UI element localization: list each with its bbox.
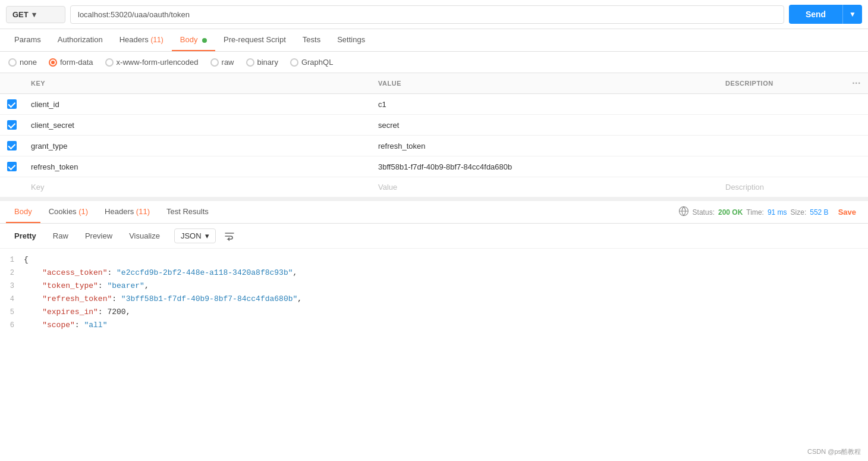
response-test-results-label: Test Results <box>166 207 209 216</box>
response-tab-body[interactable]: Body <box>6 201 40 223</box>
row-checkbox-cell[interactable] <box>0 115 24 136</box>
tab-authorization[interactable]: Authorization <box>49 29 111 51</box>
row-checkbox-cell[interactable] <box>0 94 24 115</box>
option-none-label: none <box>20 58 37 67</box>
params-table: KEY VALUE DESCRIPTION ··· client_id c1 c… <box>0 73 868 197</box>
option-binary[interactable]: binary <box>246 58 278 67</box>
response-tab-headers[interactable]: Headers (11) <box>96 201 158 223</box>
row-value: refresh_token <box>371 136 718 156</box>
response-body-label: Body <box>14 207 32 216</box>
row-more <box>845 136 868 156</box>
option-urlencoded[interactable]: x-www-form-urlencoded <box>105 58 199 67</box>
response-section: Body Cookies (1) Headers (11) Test Resul… <box>0 197 868 339</box>
send-button[interactable]: Send <box>789 5 842 24</box>
placeholder-more <box>845 177 868 197</box>
status-label: Status: <box>693 208 715 217</box>
checkbox[interactable] <box>7 162 17 171</box>
method-select[interactable]: GET ▾ <box>6 6 65 23</box>
tab-settings[interactable]: Settings <box>329 29 373 51</box>
code-line: 3 "token_type": "bearer", <box>0 281 868 294</box>
option-form-data-label: form-data <box>60 58 93 67</box>
table-row: grant_type refresh_token <box>0 136 868 156</box>
url-input[interactable] <box>70 5 784 24</box>
radio-none <box>8 58 17 67</box>
placeholder-description[interactable]: Description <box>718 177 845 197</box>
row-description <box>718 94 845 115</box>
row-key: client_id <box>24 94 371 115</box>
time-value: 91 ms <box>768 208 787 217</box>
placeholder-value[interactable]: Value <box>371 177 718 197</box>
col-description: DESCRIPTION <box>718 73 845 94</box>
table-row: refresh_token 3bff58b1-f7df-40b9-8bf7-84… <box>0 156 868 177</box>
format-bar: Pretty Raw Preview Visualize JSON ▾ <box>0 224 868 249</box>
option-graphql[interactable]: GraphQL <box>290 58 333 67</box>
radio-urlencoded <box>105 58 114 67</box>
option-raw-label: raw <box>222 58 234 67</box>
line-number: 1 <box>0 256 24 264</box>
row-key: grant_type <box>24 136 371 156</box>
code-entry: "refresh_token": "3bff58b1-f7df-40b9-8bf… <box>24 294 868 303</box>
table-placeholder-row: Key Value Description <box>0 177 868 197</box>
size-value: 552 B <box>810 208 828 217</box>
code-view: 1{2 "access_token": "e2ccfd9b-2bf2-448e-… <box>0 249 868 339</box>
globe-icon <box>678 206 689 218</box>
row-checkbox-cell[interactable] <box>0 136 24 156</box>
table-row: client_secret secret <box>0 115 868 136</box>
placeholder-key[interactable]: Key <box>24 177 371 197</box>
time-label: Time: <box>746 208 764 217</box>
row-more <box>845 94 868 115</box>
response-tabs-bar: Body Cookies (1) Headers (11) Test Resul… <box>0 201 868 224</box>
tab-headers[interactable]: Headers (11) <box>111 29 172 51</box>
save-button[interactable]: Save <box>838 208 856 217</box>
fmt-tab-raw[interactable]: Raw <box>46 228 76 243</box>
line-number: 5 <box>0 308 24 316</box>
send-btn-group: Send ▼ <box>789 5 862 24</box>
code-entry: "token_type": "bearer", <box>24 281 868 290</box>
option-raw[interactable]: raw <box>210 58 234 67</box>
code-brace: { <box>24 255 868 264</box>
option-none[interactable]: none <box>8 58 37 67</box>
fmt-tab-preview[interactable]: Preview <box>78 228 119 243</box>
checkbox[interactable] <box>7 120 17 130</box>
row-checkbox-cell[interactable] <box>0 156 24 177</box>
col-key: KEY <box>24 73 371 94</box>
fmt-tab-pretty[interactable]: Pretty <box>7 228 43 243</box>
row-value: 3bff58b1-f7df-40b9-8bf7-84cc4fda680b <box>371 156 718 177</box>
radio-raw <box>210 58 219 67</box>
wrap-icon[interactable] <box>223 230 236 243</box>
option-form-data[interactable]: form-data <box>49 58 93 67</box>
json-select[interactable]: JSON ▾ <box>174 228 216 243</box>
row-more <box>845 115 868 136</box>
json-dropdown-arrow: ▾ <box>205 231 209 240</box>
code-entry: "scope": "all" <box>24 321 868 330</box>
tab-headers-label: Headers (11) <box>119 35 163 44</box>
checkbox[interactable] <box>7 141 17 150</box>
params-table-container: KEY VALUE DESCRIPTION ··· client_id c1 c… <box>0 73 868 197</box>
placeholder-check <box>0 177 24 197</box>
tab-tests[interactable]: Tests <box>294 29 329 51</box>
fmt-tab-visualize[interactable]: Visualize <box>122 228 167 243</box>
option-binary-label: binary <box>257 58 278 67</box>
row-value: c1 <box>371 94 718 115</box>
response-tab-cookies[interactable]: Cookies (1) <box>40 201 96 223</box>
tab-settings-label: Settings <box>337 35 365 44</box>
radio-form-data <box>49 58 57 67</box>
tab-params[interactable]: Params <box>6 29 49 51</box>
col-check <box>0 73 24 94</box>
checkbox[interactable] <box>7 99 17 109</box>
send-dropdown-button[interactable]: ▼ <box>842 5 862 24</box>
status-value: 200 OK <box>718 208 743 217</box>
option-graphql-label: GraphQL <box>301 58 333 67</box>
response-meta: Status: 200 OK Time: 91 ms Size: 552 B S… <box>678 206 862 218</box>
response-tab-test-results[interactable]: Test Results <box>158 201 217 223</box>
col-more: ··· <box>845 73 868 94</box>
radio-binary <box>246 58 254 67</box>
code-line: 5 "expires_in": 7200, <box>0 307 868 320</box>
row-description <box>718 156 845 177</box>
tab-pre-request[interactable]: Pre-request Script <box>215 29 294 51</box>
row-key: refresh_token <box>24 156 371 177</box>
line-number: 3 <box>0 282 24 290</box>
cookies-badge: (1) <box>78 207 88 216</box>
tab-body[interactable]: Body <box>172 29 215 51</box>
table-row: client_id c1 <box>0 94 868 115</box>
